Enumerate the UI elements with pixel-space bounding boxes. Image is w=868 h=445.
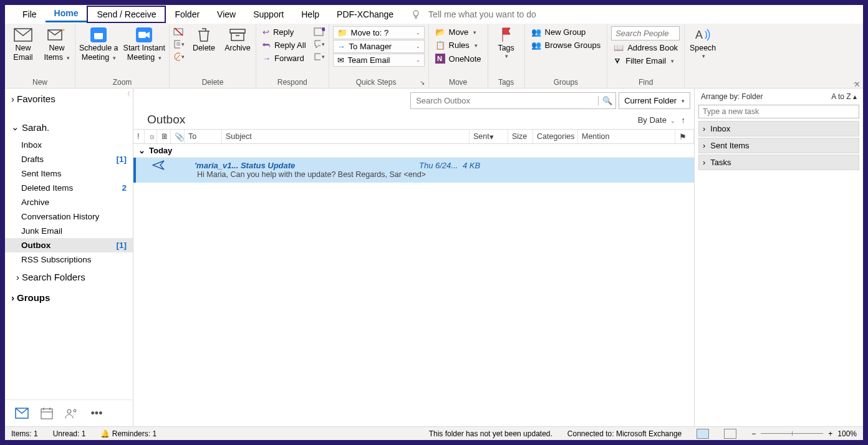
start-instant-meeting-button[interactable]: Start Instant Meeting ▾ bbox=[123, 26, 165, 62]
tab-home[interactable]: Home bbox=[46, 6, 87, 22]
sort-order-button[interactable]: A to Z ▴ bbox=[831, 92, 857, 101]
folder-inbox[interactable]: Inbox bbox=[5, 138, 133, 152]
message-preview: Hi Maria, Can you help with the update? … bbox=[141, 170, 689, 179]
delete-button[interactable]: Delete bbox=[190, 26, 218, 53]
search-input[interactable] bbox=[411, 93, 598, 108]
more-respond-icon[interactable]: ▾ bbox=[314, 51, 325, 62]
svg-point-26 bbox=[67, 409, 71, 413]
sent-column[interactable]: Sent▾ bbox=[470, 130, 508, 143]
reminder-column[interactable]: ☼ bbox=[145, 130, 157, 143]
search-box[interactable]: 🔍 bbox=[410, 92, 616, 109]
new-group-button[interactable]: 👥New Group bbox=[529, 26, 604, 38]
new-items-button[interactable]: New Items ▾ bbox=[42, 26, 71, 62]
search-scope-button[interactable]: Current Folder▾ bbox=[619, 92, 690, 109]
folder-rss[interactable]: RSS Subscriptions bbox=[5, 252, 133, 267]
ignore-icon[interactable] bbox=[173, 26, 185, 37]
mail-view-button[interactable] bbox=[15, 406, 29, 420]
search-folders-header[interactable]: ›Search Folders bbox=[5, 267, 133, 287]
date-group-today[interactable]: ⌄Today bbox=[133, 144, 694, 158]
folder-move-icon: 📁 bbox=[337, 28, 347, 37]
search-people-input[interactable] bbox=[611, 26, 680, 41]
attachment-column[interactable]: 📎 bbox=[171, 130, 185, 143]
address-book-button[interactable]: 📖Address Book bbox=[611, 42, 680, 54]
dialog-launcher-icon[interactable]: ↘ bbox=[420, 79, 425, 86]
rules-button[interactable]: 📋Rules▾ bbox=[433, 39, 484, 51]
search-icon[interactable]: 🔍 bbox=[598, 96, 615, 105]
status-items: Items: 1 bbox=[11, 429, 38, 438]
svg-rect-9 bbox=[175, 41, 180, 48]
tags-button[interactable]: Tags▾ bbox=[492, 26, 521, 60]
folder-outbox[interactable]: Outbox[1] bbox=[5, 238, 133, 252]
view-reading-button[interactable] bbox=[724, 429, 736, 439]
mention-column[interactable]: Mention bbox=[578, 130, 675, 143]
minimize-nav-button[interactable]: 〈 bbox=[124, 90, 130, 98]
tell-me-input[interactable] bbox=[425, 9, 846, 19]
folder-sent-items[interactable]: Sent Items bbox=[5, 166, 133, 181]
task-group-sent-items[interactable]: ›Sent Items bbox=[698, 138, 859, 153]
folder-junk-email[interactable]: Junk Email bbox=[5, 224, 133, 238]
quickstep-to-manager[interactable]: →To Manager⌄ bbox=[333, 40, 425, 53]
im-reply-icon[interactable]: ▾ bbox=[314, 39, 325, 50]
tab-file[interactable]: File bbox=[14, 7, 46, 22]
calendar-view-button[interactable] bbox=[40, 406, 54, 420]
quickstep-team-email[interactable]: ✉Team Email⌄ bbox=[333, 54, 425, 67]
folder-drafts[interactable]: Drafts[1] bbox=[5, 152, 133, 166]
size-column[interactable]: Size bbox=[508, 130, 533, 143]
folder-archive[interactable]: Archive bbox=[5, 195, 133, 209]
envelope-sparkle-icon bbox=[47, 26, 67, 44]
filter-email-button[interactable]: ⛛Filter Email▾ bbox=[611, 55, 680, 67]
schedule-meeting-button[interactable]: Schedule a Meeting ▾ bbox=[79, 26, 118, 62]
folder-deleted-items[interactable]: Deleted Items2 bbox=[5, 181, 133, 195]
view-normal-button[interactable] bbox=[697, 429, 709, 439]
reply-button[interactable]: ↩Reply bbox=[260, 26, 309, 38]
onenote-button[interactable]: NOneNote bbox=[433, 52, 484, 65]
folder-arrow-icon: 📂 bbox=[435, 27, 445, 37]
nav-more-button[interactable]: ••• bbox=[90, 406, 104, 420]
tell-me-search[interactable] bbox=[402, 7, 854, 22]
ribbon-group-move: Move bbox=[433, 77, 484, 88]
reply-all-button[interactable]: ⮪Reply All bbox=[260, 39, 309, 51]
tab-send-receive[interactable]: Send / Receive bbox=[87, 6, 166, 23]
new-task-input[interactable] bbox=[698, 105, 859, 118]
task-group-inbox[interactable]: ›Inbox bbox=[698, 121, 859, 136]
flag-column[interactable]: ⚑ bbox=[675, 130, 694, 143]
tab-pdf-xchange[interactable]: PDF-XChange bbox=[328, 7, 402, 22]
tab-support[interactable]: Support bbox=[244, 7, 292, 22]
importance-column[interactable]: ! bbox=[133, 130, 145, 143]
groups-header[interactable]: ›Groups bbox=[5, 287, 133, 308]
status-reminders[interactable]: 🔔 Reminders: 1 bbox=[100, 429, 157, 438]
people-view-button[interactable] bbox=[65, 406, 79, 420]
favorites-header[interactable]: ›Favorites bbox=[5, 89, 133, 109]
archive-button[interactable]: Archive bbox=[223, 26, 252, 53]
tab-view[interactable]: View bbox=[208, 7, 244, 22]
zoom-in-button[interactable]: + bbox=[828, 429, 832, 438]
tab-help[interactable]: Help bbox=[292, 7, 328, 22]
folder-conversation-history[interactable]: Conversation History bbox=[5, 209, 133, 224]
to-column[interactable]: To bbox=[185, 130, 222, 143]
icon-column[interactable]: 🗎 bbox=[157, 130, 171, 143]
categories-column[interactable]: Categories bbox=[533, 130, 578, 143]
task-group-tasks[interactable]: ›Tasks bbox=[698, 155, 859, 170]
tab-folder[interactable]: Folder bbox=[166, 7, 208, 22]
junk-icon[interactable]: ▾ bbox=[173, 51, 185, 62]
sort-by-button[interactable]: By Date ⌄ bbox=[638, 115, 675, 125]
zoom-slider[interactable] bbox=[761, 433, 823, 434]
close-task-pane-button[interactable]: ✕ bbox=[854, 80, 861, 89]
zoom-level[interactable]: 100% bbox=[837, 429, 857, 438]
message-row[interactable]: 'maria_v1... Status Update Thu 6/24... 4… bbox=[133, 158, 694, 183]
meeting-reply-icon[interactable] bbox=[314, 26, 325, 37]
forward-button[interactable]: →Forward bbox=[260, 52, 309, 64]
cleanup-icon[interactable]: ▾ bbox=[173, 39, 185, 50]
svg-rect-22 bbox=[41, 409, 52, 419]
chevron-right-icon: › bbox=[16, 272, 19, 282]
browse-groups-button[interactable]: 👥Browse Groups bbox=[529, 39, 604, 51]
zoom-out-button[interactable]: − bbox=[751, 429, 756, 438]
subject-column[interactable]: Subject bbox=[222, 130, 470, 143]
account-header[interactable]: ⌄Sarah. bbox=[5, 117, 133, 138]
sort-direction-button[interactable]: ↑ bbox=[682, 115, 686, 125]
arrange-by-button[interactable]: Arrange by: Folder bbox=[701, 92, 763, 101]
move-button[interactable]: 📂Move▾ bbox=[433, 26, 484, 38]
new-email-button[interactable]: New Email bbox=[9, 26, 37, 62]
quickstep-move-to[interactable]: 📁Move to: ?⌄ bbox=[333, 26, 425, 39]
speech-button[interactable]: A Speech▾ bbox=[688, 26, 717, 60]
